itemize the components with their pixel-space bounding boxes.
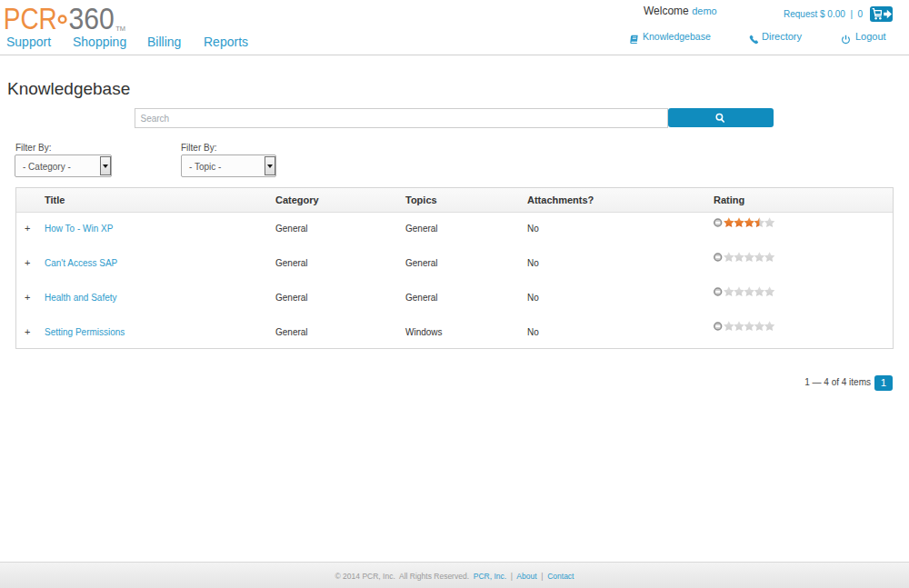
svg-text:TM: TM [115,25,125,33]
svg-text:360: 360 [69,1,115,35]
svg-text:PCR: PCR [4,1,57,35]
